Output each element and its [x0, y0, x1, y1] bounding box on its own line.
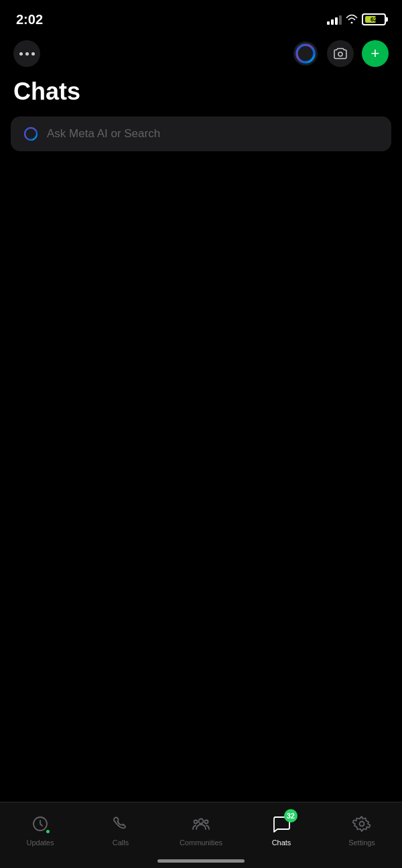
bottom-nav: Updates Calls C: [0, 802, 402, 868]
svg-point-6: [199, 819, 204, 824]
nav-item-calls[interactable]: Calls: [94, 809, 147, 849]
camera-button[interactable]: [327, 40, 354, 67]
right-actions: +: [292, 40, 389, 67]
top-action-bar: +: [0, 35, 402, 75]
nav-item-updates[interactable]: Updates: [13, 809, 67, 849]
signal-icon: [327, 14, 342, 25]
status-icons: 62: [327, 13, 386, 25]
nav-item-settings[interactable]: Settings: [335, 809, 389, 849]
chats-label: Chats: [272, 839, 291, 847]
meta-ai-orb-button[interactable]: [292, 40, 319, 67]
chat-list: [0, 162, 402, 810]
search-placeholder: Ask Meta AI or Search: [47, 127, 160, 141]
battery-icon: 62: [362, 13, 386, 25]
page-title: Chats: [0, 75, 402, 116]
meta-ai-search-icon: [21, 124, 40, 143]
search-bar[interactable]: Ask Meta AI or Search: [11, 116, 391, 151]
settings-label: Settings: [348, 839, 375, 847]
communities-label: Communities: [180, 839, 222, 847]
updates-label: Updates: [27, 839, 54, 847]
nav-items: Updates Calls C: [0, 809, 402, 849]
status-bar: 2:02 62: [0, 0, 402, 35]
settings-icon: [352, 814, 371, 833]
calls-icon: [111, 814, 130, 833]
status-time: 2:02: [16, 12, 43, 27]
nav-item-communities[interactable]: Communities: [174, 809, 228, 849]
wifi-icon: [346, 14, 358, 25]
updates-dot: [45, 829, 51, 835]
chats-badge: 32: [284, 809, 297, 822]
svg-point-8: [205, 820, 208, 824]
svg-point-2: [338, 52, 342, 56]
home-indicator: [157, 859, 245, 863]
compose-button[interactable]: +: [362, 40, 389, 67]
svg-point-7: [194, 820, 198, 824]
communities-icon: [192, 814, 210, 833]
nav-item-chats[interactable]: 32 Chats: [255, 809, 308, 849]
svg-point-9: [360, 822, 364, 827]
calls-label: Calls: [113, 839, 129, 847]
menu-button[interactable]: [13, 40, 40, 67]
